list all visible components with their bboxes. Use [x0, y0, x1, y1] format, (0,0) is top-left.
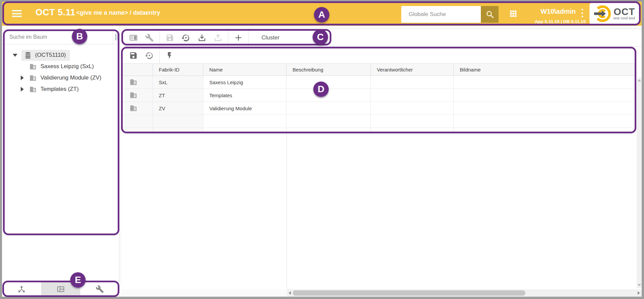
global-search-input[interactable]	[401, 6, 481, 23]
vertical-scrollbar[interactable]	[637, 78, 642, 288]
restore-icon[interactable]	[182, 33, 190, 42]
version-info: App 5.11.10 | DB 5.11.10	[514, 19, 586, 24]
tree-sidebar: (OCT51110) Saxess Leipzig (SxL) Validier…	[2, 26, 119, 281]
logo-subtext: one cool tool	[613, 16, 635, 20]
search-button[interactable]	[481, 6, 499, 23]
column-header-icon[interactable]	[121, 64, 153, 76]
kebab-menu-icon[interactable]	[580, 9, 584, 17]
cell-name[interactable]: Saxess Leipzig	[203, 76, 287, 89]
chevron-collapsed-icon[interactable]	[21, 87, 24, 92]
divider	[113, 30, 113, 44]
tree-node-factory[interactable]: Saxess Leipzig (SxL)	[29, 61, 94, 72]
grid-toolbar	[121, 47, 636, 63]
cell-verantwortlicher[interactable]	[371, 102, 454, 115]
tab-settings[interactable]	[80, 281, 119, 297]
sidebar-resize-handle[interactable]	[115, 34, 119, 40]
search-icon	[485, 10, 495, 19]
chevron-expanded-icon[interactable]	[13, 54, 17, 57]
tree-node-factory[interactable]: Templates (ZT)	[21, 84, 79, 95]
database-icon	[24, 51, 32, 59]
tree-node-factory[interactable]: Validierung Module (ZV)	[21, 72, 101, 84]
cell-verantwortlicher[interactable]	[371, 76, 454, 89]
cell-beschreibung[interactable]	[287, 102, 371, 115]
frozen-column-divider	[287, 133, 287, 289]
column-header-name[interactable]: Name	[203, 64, 287, 76]
export-icon[interactable]	[214, 33, 222, 42]
tree-search-row	[2, 30, 119, 44]
factory-icon	[29, 74, 36, 82]
cell-beschreibung[interactable]	[287, 76, 371, 89]
oct-logo-icon	[594, 5, 612, 23]
scroll-up-icon[interactable]	[638, 79, 641, 82]
save-icon[interactable]	[166, 33, 174, 42]
tree-node-label: Templates (ZT)	[40, 86, 79, 93]
app-title: OCT 5.11	[35, 7, 76, 18]
cluster-grid: Fabrik-ID Name Beschreibung Verantwortli…	[121, 47, 636, 133]
column-header-verantwortlicher[interactable]: Verantwortlicher	[371, 64, 454, 76]
brand-logo: OCT one cool tool	[589, 3, 639, 25]
factory-icon	[29, 63, 36, 70]
tab-cluster[interactable]: Cluster	[251, 34, 280, 41]
hierarchy-icon	[17, 285, 26, 293]
horizontal-scrollbar[interactable]	[287, 289, 642, 297]
cell-bildname[interactable]	[454, 102, 636, 115]
scroll-right-icon[interactable]	[638, 291, 640, 295]
cell-name[interactable]: Validierung Module	[203, 102, 287, 115]
divider	[159, 29, 160, 46]
header-bar: OCT 5.11 <give me a name> / dataentry W1…	[2, 2, 642, 26]
wrench-icon[interactable]	[145, 33, 154, 42]
import-icon[interactable]	[198, 33, 206, 42]
tree-node-selected[interactable]: (OCT51110)	[21, 50, 70, 61]
column-header-beschreibung[interactable]: Beschreibung	[287, 64, 371, 76]
user-menu[interactable]: W10\admin	[504, 8, 576, 15]
divider	[248, 29, 249, 46]
app-window: OCT 5.11 <give me a name> / dataentry W1…	[0, 0, 644, 299]
chevron-collapsed-icon[interactable]	[21, 76, 24, 80]
tree-node-label: (OCT51110)	[35, 52, 66, 58]
factory-icon	[130, 79, 137, 86]
scrollbar-thumb[interactable]	[293, 290, 525, 296]
cell-bildname[interactable]	[454, 89, 636, 102]
empty-row	[121, 128, 636, 133]
sidebar-bottom-tabs	[2, 281, 119, 297]
divider	[228, 29, 228, 46]
restore-icon[interactable]	[145, 51, 154, 60]
form-view-icon[interactable]	[129, 33, 138, 42]
column-header-fabrik-id[interactable]: Fabrik-ID	[153, 64, 203, 76]
factory-icon	[130, 92, 137, 99]
table-row[interactable]: ZT Templates	[121, 89, 636, 102]
tree-search-input[interactable]	[9, 32, 106, 42]
cell-name[interactable]: Templates	[203, 89, 287, 102]
factory-icon	[29, 86, 36, 93]
factory-icon	[130, 105, 137, 112]
flash-icon[interactable]	[166, 51, 174, 59]
divider	[159, 47, 160, 63]
tab-hierarchy[interactable]	[2, 281, 41, 297]
cell-beschreibung[interactable]	[287, 89, 371, 102]
breadcrumb: <give me a name> / dataentry	[76, 9, 160, 16]
tree-node-label: Saxess Leipzig (SxL)	[40, 63, 94, 70]
cell-bildname[interactable]	[454, 76, 636, 89]
scroll-left-icon[interactable]	[289, 291, 291, 295]
scroll-down-icon[interactable]	[638, 284, 641, 286]
table-row[interactable]: SxL Saxess Leipzig	[121, 76, 636, 89]
table-row[interactable]: ZV Validierung Module	[121, 102, 636, 115]
cell-verantwortlicher[interactable]	[371, 89, 454, 102]
cell-fabrik-id[interactable]: ZV	[153, 102, 203, 115]
wrench-icon	[96, 285, 104, 293]
tab-table[interactable]	[41, 281, 80, 297]
add-icon[interactable]	[234, 33, 243, 42]
table-icon	[57, 285, 65, 293]
logo-text: OCT	[613, 7, 635, 16]
menu-icon[interactable]	[12, 10, 22, 17]
cell-fabrik-id[interactable]: SxL	[153, 76, 203, 89]
grid-header-row: Fabrik-ID Name Beschreibung Verantwortli…	[121, 63, 636, 76]
main-toolbar: Cluster	[121, 29, 642, 47]
column-header-bildname[interactable]: Bildname	[454, 64, 636, 76]
tree-node-database[interactable]: (OCT51110)	[13, 49, 70, 61]
empty-row	[121, 115, 636, 128]
tree-node-label: Validierung Module (ZV)	[40, 74, 101, 81]
cell-fabrik-id[interactable]: ZT	[153, 89, 203, 102]
save-icon[interactable]	[129, 51, 138, 60]
